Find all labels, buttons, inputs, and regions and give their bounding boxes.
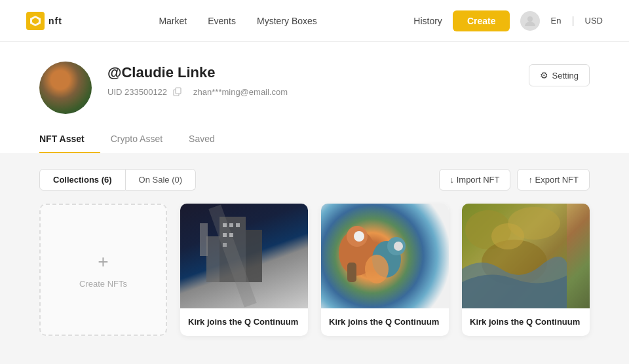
tab-saved[interactable]: Saved bbox=[189, 127, 231, 153]
nft-info-1: Kirk joins the Q Continuum bbox=[321, 308, 449, 336]
uid-text: UID 233500122 bbox=[107, 87, 167, 97]
sub-tab-collections[interactable]: Collections (6) bbox=[39, 169, 126, 191]
nft-image-0: List NFT bbox=[180, 204, 308, 308]
nft-title-2: Kirk joins the Q Continuum bbox=[470, 316, 582, 328]
tab-nft-asset[interactable]: NFT Asset bbox=[39, 127, 100, 153]
sub-tabs: Collections (6) On Sale (0) bbox=[39, 169, 196, 191]
setting-button[interactable]: ⚙ Setting bbox=[529, 64, 590, 86]
nft-card-0[interactable]: List NFT Kirk joins the Q Continuum bbox=[180, 204, 308, 336]
profile-header: @Claudie Linke UID 233500122 zhan***ming… bbox=[39, 62, 590, 114]
main-tabs: NFT Asset Crypto Asset Saved bbox=[39, 127, 590, 153]
plus-icon: + bbox=[98, 251, 108, 272]
nav-history[interactable]: History bbox=[413, 16, 442, 26]
logo-icon bbox=[26, 12, 45, 30]
profile-section: @Claudie Linke UID 233500122 zhan***ming… bbox=[0, 42, 629, 153]
nft-info-0: Kirk joins the Q Continuum bbox=[180, 308, 308, 336]
nft-title-1: Kirk joins the Q Continuum bbox=[329, 316, 441, 328]
logo-text: nft bbox=[48, 16, 62, 26]
nav-mystery-boxes[interactable]: Mystery Boxes bbox=[257, 16, 317, 26]
nft-info-2: Kirk joins the Q Continuum bbox=[462, 308, 590, 336]
logo[interactable]: nft bbox=[26, 12, 62, 30]
nft-image-2: List NFT bbox=[462, 204, 590, 308]
nft-title-0: Kirk joins the Q Continuum bbox=[188, 316, 300, 328]
create-nfts-label: Create NFTs bbox=[79, 279, 127, 289]
create-nft-card[interactable]: + Create NFTs bbox=[39, 204, 167, 336]
nav-market[interactable]: Market bbox=[159, 16, 187, 26]
main-content: Collections (6) On Sale (0) ↓ Import NFT… bbox=[0, 153, 629, 352]
svg-rect-4 bbox=[176, 88, 181, 94]
copy-icon[interactable] bbox=[172, 86, 183, 97]
sub-tab-on-sale[interactable]: On Sale (0) bbox=[126, 169, 196, 191]
nav-separator: | bbox=[571, 15, 574, 27]
nav-lang[interactable]: En bbox=[550, 16, 561, 26]
sub-tabs-row: Collections (6) On Sale (0) ↓ Import NFT… bbox=[39, 169, 590, 191]
export-nft-button[interactable]: ↑ Export NFT bbox=[517, 169, 590, 191]
import-nft-button[interactable]: ↓ Import NFT bbox=[439, 169, 511, 191]
svg-point-2 bbox=[527, 16, 533, 22]
navbar: nft Market Events Mystery Boxes History … bbox=[0, 0, 629, 42]
nft-grid: + Create NFTs bbox=[39, 204, 590, 336]
profile-uid-row: UID 233500122 zhan***ming@email.com bbox=[107, 86, 513, 97]
action-buttons: ↓ Import NFT ↑ Export NFT bbox=[439, 169, 590, 191]
profile-email: zhan***ming@email.com bbox=[193, 87, 288, 97]
profile-info: @Claudie Linke UID 233500122 zhan***ming… bbox=[107, 62, 513, 97]
profile-name: @Claudie Linke bbox=[107, 64, 513, 81]
profile-avatar bbox=[39, 62, 92, 114]
tab-crypto-asset[interactable]: Crypto Asset bbox=[111, 127, 178, 153]
nft-image-1: List NFT bbox=[321, 204, 449, 308]
create-button[interactable]: Create bbox=[453, 10, 510, 31]
list-nft-button-1[interactable]: List NFT bbox=[355, 246, 415, 266]
setting-label: Setting bbox=[552, 71, 579, 81]
nft-card-2[interactable]: List NFT Kirk joins the Q Continuum bbox=[462, 204, 590, 336]
nav-right: History Create En | USD bbox=[413, 10, 603, 31]
avatar-image bbox=[39, 62, 92, 114]
list-nft-button-2[interactable]: List NFT bbox=[496, 246, 556, 266]
avatar[interactable] bbox=[520, 11, 540, 31]
nav-links: Market Events Mystery Boxes bbox=[159, 16, 316, 26]
nft-card-1[interactable]: List NFT Kirk joins the Q Continuum bbox=[321, 204, 449, 336]
list-nft-button-0[interactable]: List NFT bbox=[214, 246, 275, 266]
nav-events[interactable]: Events bbox=[208, 16, 236, 26]
gear-icon: ⚙ bbox=[540, 70, 548, 81]
nav-currency[interactable]: USD bbox=[585, 16, 603, 26]
